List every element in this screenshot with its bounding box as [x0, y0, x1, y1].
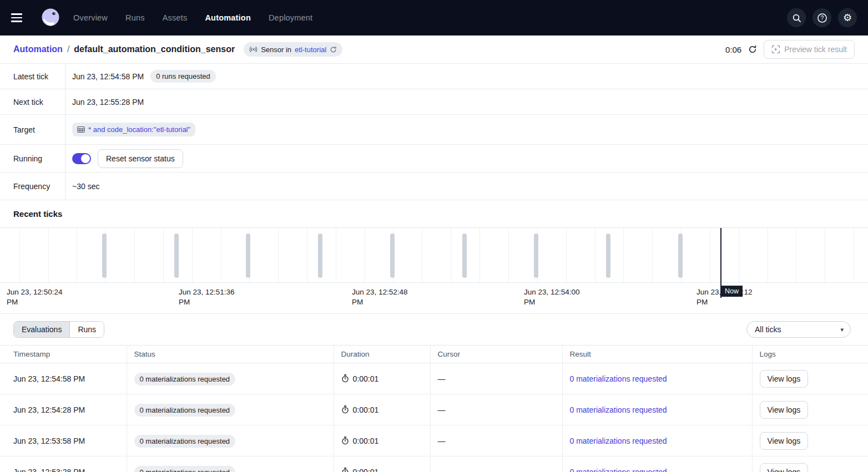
duration-text: 0:00:01	[353, 468, 379, 472]
timeline-gridline	[854, 228, 854, 282]
tick-mark[interactable]	[678, 234, 683, 278]
tab-evaluations[interactable]: Evaluations	[14, 322, 70, 337]
cell-cursor: —	[430, 394, 562, 425]
refresh-icon[interactable]	[748, 45, 757, 54]
stopwatch-icon	[341, 405, 349, 414]
tick-mark[interactable]	[606, 234, 610, 278]
tick-filter-value: All ticks	[755, 325, 781, 334]
timeline-gridline	[134, 228, 135, 282]
table-row: Jun 23, 12:54:58 PM0 materializations re…	[0, 363, 868, 394]
status-badge: 0 materializations requested	[134, 466, 236, 472]
duration-text: 0:00:01	[353, 374, 379, 383]
runs-requested-badge: 0 runs requested	[150, 70, 216, 83]
timeline-gridline	[221, 228, 221, 282]
refresh-icon[interactable]	[330, 46, 337, 53]
search-icon[interactable]	[787, 8, 806, 27]
code-location-link[interactable]: etl-tutorial	[295, 45, 326, 54]
breadcrumb-automation-link[interactable]: Automation	[13, 44, 63, 54]
nav-item-runs[interactable]: Runs	[125, 13, 145, 22]
view-logs-button[interactable]: View logs	[760, 401, 809, 419]
timeline-gridline	[508, 228, 509, 282]
timeline-gridline	[768, 228, 768, 282]
preview-button-label: Preview tick result	[784, 45, 847, 54]
nav-item-deployment[interactable]: Deployment	[269, 13, 312, 22]
timeline-gridline	[480, 228, 480, 282]
timeline-gridline	[796, 228, 796, 282]
tab-runs[interactable]: Runs	[70, 322, 104, 337]
nav-item-assets[interactable]: Assets	[163, 13, 188, 22]
dagster-logo-icon[interactable]	[40, 7, 61, 28]
details-value: * and code_location:"etl-tutorial"	[65, 115, 868, 144]
target-selection-tag[interactable]: * and code_location:"etl-tutorial"	[72, 123, 195, 136]
tick-filter-select[interactable]: All ticks ▾	[746, 321, 851, 338]
timeline-axis-label: Jun 23, 12:51:36 PM	[179, 287, 243, 307]
timeline-gridline	[19, 228, 20, 282]
refresh-countdown: 0:06	[725, 45, 741, 54]
timeline-gridline	[307, 228, 307, 282]
chevron-down-icon: ▾	[840, 326, 844, 333]
details-row-frequency: Frequency~30 sec	[0, 172, 868, 200]
cell-duration: 0:00:01	[334, 456, 430, 472]
menu-icon[interactable]	[11, 10, 27, 26]
timeline-gridline	[652, 228, 653, 282]
cell-timestamp: Jun 23, 12:53:58 PM	[0, 425, 127, 456]
cell-cursor: —	[430, 425, 562, 456]
target-selection-text: * and code_location:"etl-tutorial"	[88, 125, 190, 134]
timeline-gridline	[77, 228, 77, 282]
table-row: Jun 23, 12:53:58 PM0 materializations re…	[0, 425, 868, 456]
result-link[interactable]: 0 materializations requested	[570, 468, 667, 472]
result-link[interactable]: 0 materializations requested	[570, 437, 667, 445]
cell-logs: View logs	[752, 363, 868, 394]
tick-mark[interactable]	[318, 234, 322, 278]
details-label: Next tick	[0, 89, 65, 114]
details-label: Frequency	[0, 172, 65, 200]
view-logs-button[interactable]: View logs	[760, 432, 809, 450]
cell-duration: 0:00:01	[334, 425, 430, 456]
cell-result: 0 materializations requested	[562, 363, 752, 394]
table-row: Jun 23, 12:53:28 PM0 materializations re…	[0, 456, 868, 472]
page-title: default_automation_condition_sensor	[74, 44, 235, 54]
nav-item-automation[interactable]: Automation	[205, 13, 251, 22]
nav-item-overview[interactable]: Overview	[73, 13, 108, 22]
timeline-gridline	[825, 228, 825, 282]
tick-mark[interactable]	[390, 234, 395, 278]
timeline-gridline	[336, 228, 336, 282]
stopwatch-icon	[341, 468, 349, 472]
cell-cursor: —	[430, 363, 562, 394]
result-link[interactable]: 0 materializations requested	[570, 374, 667, 383]
details-row-latest-tick: Latest tickJun 23, 12:54:58 PM0 runs req…	[0, 64, 868, 89]
running-toggle[interactable]	[72, 153, 91, 164]
cell-timestamp: Jun 23, 12:54:58 PM	[0, 363, 127, 394]
view-logs-button[interactable]: View logs	[760, 370, 809, 388]
help-icon[interactable]: ?	[813, 8, 831, 27]
stopwatch-icon	[341, 374, 349, 383]
tick-mark[interactable]	[174, 234, 179, 278]
now-tooltip: Now	[721, 286, 743, 297]
cell-logs: View logs	[752, 425, 868, 456]
timeline-gridline	[422, 228, 422, 282]
details-row-running: RunningReset sensor status	[0, 145, 868, 172]
tick-mark[interactable]	[462, 234, 467, 278]
evaluations-table: TimestampStatusDurationCursorResultLogs …	[0, 345, 868, 472]
gear-icon[interactable]: ⚙	[838, 8, 857, 27]
preview-tick-result-button[interactable]: Preview tick result	[764, 40, 855, 59]
cell-status: 0 materializations requested	[127, 363, 334, 394]
timeline-gridline	[623, 228, 624, 282]
reset-sensor-status-button[interactable]: Reset sensor status	[98, 149, 183, 168]
cell-timestamp: Jun 23, 12:54:28 PM	[0, 394, 127, 425]
result-link[interactable]: 0 materializations requested	[570, 405, 667, 414]
duration-value: 0:00:01	[341, 437, 430, 445]
tick-mark[interactable]	[102, 234, 107, 278]
details-label: Running	[0, 145, 65, 172]
tick-mark[interactable]	[246, 234, 250, 278]
tick-mark[interactable]	[534, 234, 538, 278]
view-logs-button[interactable]: View logs	[760, 463, 809, 472]
cell-logs: View logs	[752, 394, 868, 425]
sensor-location-badge: Sensor in etl-tutorial	[244, 42, 342, 57]
timeline-gridline	[365, 228, 365, 282]
cell-result: 0 materializations requested	[562, 425, 752, 456]
duration-value: 0:00:01	[341, 468, 430, 472]
status-badge: 0 materializations requested	[134, 373, 236, 385]
timeline-gridline	[451, 228, 451, 282]
details-row-next-tick: Next tickJun 23, 12:55:28 PM	[0, 89, 868, 115]
